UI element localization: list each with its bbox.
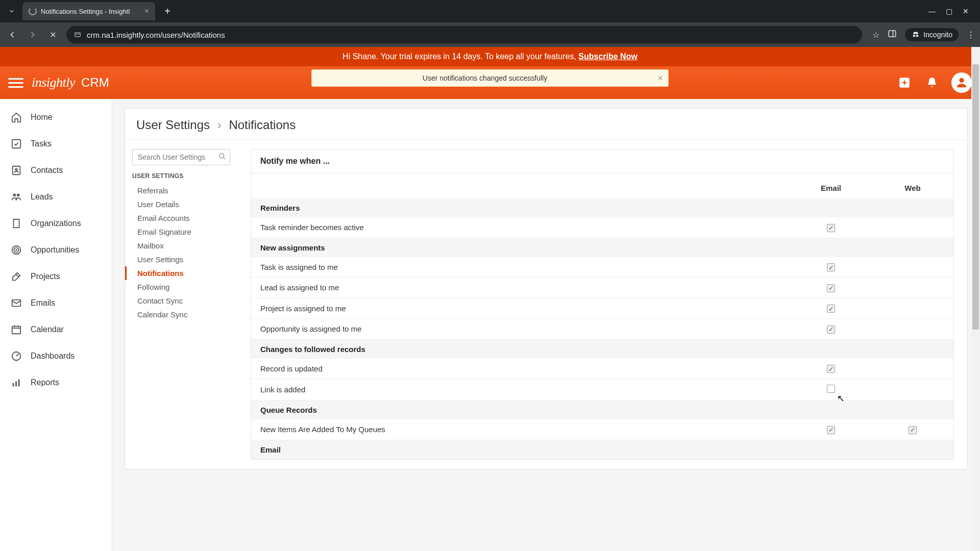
- tab-title: Notifications Settings - Insightl: [41, 8, 140, 15]
- scrollbar-thumb[interactable]: [972, 64, 979, 330]
- page-scrollbar[interactable]: [971, 47, 980, 551]
- stop-reload-button[interactable]: [46, 28, 60, 42]
- svg-point-7: [916, 35, 919, 37]
- settings-search-input[interactable]: [132, 149, 230, 165]
- nav-item-opportunities[interactable]: Opportunities: [0, 237, 112, 263]
- menu-toggle-button[interactable]: [8, 75, 23, 90]
- tab-close-icon[interactable]: ×: [144, 7, 149, 16]
- url-text: crm.na1.insightly.com/users/Notification…: [87, 31, 225, 39]
- notifications-bell-icon[interactable]: [924, 74, 940, 91]
- section-header: Email: [251, 440, 953, 459]
- home-icon: [10, 111, 22, 123]
- nav-item-contacts[interactable]: Contacts: [0, 157, 112, 184]
- success-toast: User notifications changed successfully …: [311, 69, 669, 87]
- contacts-icon: [10, 164, 22, 177]
- forward-button[interactable]: [26, 28, 40, 42]
- settings-link-following[interactable]: Following: [132, 280, 230, 294]
- notification-label: Lead is assigned to me: [251, 278, 790, 298]
- email-checkbox[interactable]: [827, 284, 835, 292]
- org-icon: [10, 217, 22, 230]
- notification-label: Opportunity is assigned to me: [251, 319, 790, 340]
- column-email: Email: [790, 173, 872, 198]
- user-avatar[interactable]: [951, 72, 972, 93]
- brand-logo[interactable]: insightly: [32, 75, 75, 90]
- nav-item-calendar[interactable]: Calendar: [0, 316, 112, 343]
- primary-nav: HomeTasksContactsLeadsOrganizationsOppor…: [0, 99, 112, 551]
- svg-point-26: [16, 249, 17, 251]
- toast-close-icon[interactable]: ×: [657, 73, 663, 84]
- chevron-right-icon: ›: [217, 118, 222, 132]
- settings-link-calendar-sync[interactable]: Calendar Sync: [132, 308, 230, 321]
- add-button[interactable]: [896, 74, 913, 91]
- leads-icon: [10, 191, 22, 203]
- tab-search-dropdown[interactable]: [4, 4, 19, 19]
- notification-row: Lead is assigned to me: [251, 278, 953, 298]
- nav-item-emails[interactable]: Emails: [0, 290, 112, 316]
- settings-link-notifications[interactable]: Notifications: [125, 266, 230, 280]
- back-button[interactable]: [5, 28, 19, 42]
- site-info-icon[interactable]: [74, 31, 82, 39]
- settings-link-user-details[interactable]: User Details: [132, 197, 230, 211]
- svg-point-11: [959, 78, 964, 83]
- email-checkbox[interactable]: [827, 305, 835, 313]
- settings-link-contact-sync[interactable]: Contact Sync: [132, 294, 230, 308]
- notification-row: Opportunity is assigned to me: [251, 319, 953, 340]
- settings-link-user-settings[interactable]: User Settings: [132, 253, 230, 266]
- email-checkbox[interactable]: [827, 224, 835, 232]
- svg-rect-2: [75, 33, 81, 37]
- incognito-badge[interactable]: Incognito: [905, 28, 959, 41]
- email-checkbox[interactable]: [827, 385, 835, 393]
- settings-heading: USER SETTINGS: [132, 172, 230, 180]
- notification-row: Task is assigned to me: [251, 257, 953, 278]
- email-checkbox[interactable]: [827, 263, 835, 271]
- svg-rect-35: [18, 380, 20, 387]
- maximize-button[interactable]: ▢: [946, 7, 952, 15]
- email-checkbox[interactable]: [827, 325, 835, 334]
- nav-item-projects[interactable]: Projects: [0, 263, 112, 290]
- minimize-button[interactable]: —: [928, 7, 936, 15]
- breadcrumb-root[interactable]: User Settings: [136, 118, 210, 132]
- notification-row: Project is assigned to me: [251, 298, 953, 319]
- settings-link-mailbox[interactable]: Mailbox: [132, 239, 230, 253]
- svg-rect-4: [889, 31, 896, 37]
- browser-tab[interactable]: Notifications Settings - Insightl ×: [22, 2, 155, 20]
- subscribe-link[interactable]: Subscribe Now: [578, 52, 638, 61]
- mail-icon: [10, 297, 22, 309]
- notifications-table: Email Web RemindersTask reminder becomes…: [251, 173, 953, 459]
- side-panel-icon[interactable]: [888, 29, 897, 40]
- reports-icon: [10, 377, 22, 389]
- nav-item-leads[interactable]: Leads: [0, 184, 112, 210]
- loading-spinner-icon: [29, 7, 37, 15]
- notification-label: Project is assigned to me: [251, 298, 790, 319]
- target-icon: [10, 244, 22, 256]
- address-bar[interactable]: crm.na1.insightly.com/users/Notification…: [66, 26, 862, 43]
- tasks-icon: [10, 138, 22, 150]
- browser-menu-icon[interactable]: ⋮: [967, 30, 975, 40]
- notification-label: Link is added: [251, 379, 790, 400]
- svg-point-14: [15, 168, 17, 170]
- settings-link-referrals[interactable]: Referrals: [132, 184, 230, 197]
- close-window-button[interactable]: ✕: [963, 7, 969, 15]
- email-checkbox[interactable]: [827, 365, 835, 373]
- svg-point-15: [13, 194, 16, 197]
- settings-link-email-accounts[interactable]: Email Accounts: [132, 211, 230, 225]
- web-checkbox[interactable]: [909, 426, 917, 434]
- hammer-icon: [10, 270, 22, 283]
- nav-item-home[interactable]: Home: [0, 104, 112, 131]
- section-header: Reminders: [251, 198, 953, 217]
- svg-rect-34: [15, 381, 17, 386]
- product-name: CRM: [81, 76, 109, 90]
- svg-rect-17: [14, 219, 19, 228]
- nav-item-reports[interactable]: Reports: [0, 369, 112, 396]
- nav-item-dashboards[interactable]: Dashboards: [0, 343, 112, 369]
- bookmark-icon[interactable]: ☆: [872, 30, 879, 40]
- email-checkbox[interactable]: [827, 426, 835, 434]
- nav-item-organizations[interactable]: Organizations: [0, 210, 112, 237]
- search-icon[interactable]: [218, 153, 226, 162]
- section-header: New assignments: [251, 238, 953, 257]
- section-header: Changes to followed records: [251, 339, 953, 359]
- notification-label: New Items Are Added To My Queues: [251, 419, 790, 440]
- new-tab-button[interactable]: +: [160, 4, 175, 18]
- nav-item-tasks[interactable]: Tasks: [0, 131, 112, 157]
- settings-link-email-signature[interactable]: Email Signature: [132, 225, 230, 239]
